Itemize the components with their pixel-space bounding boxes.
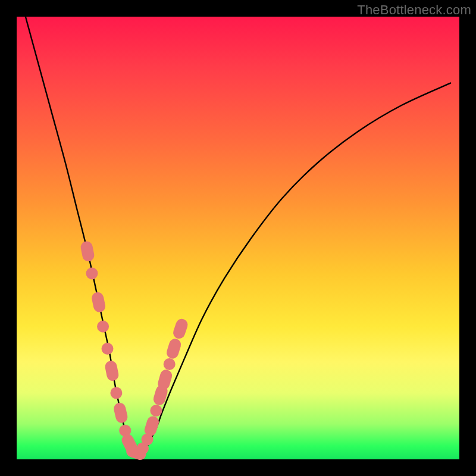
bottleneck-curve: [26, 17, 450, 456]
data-marker: [102, 343, 114, 355]
data-marker: [164, 358, 176, 370]
chart-frame: TheBottleneck.com: [0, 0, 476, 476]
data-marker: [97, 321, 109, 333]
marker-layer: [80, 240, 189, 462]
watermark-text: TheBottleneck.com: [357, 2, 471, 18]
chart-svg: [17, 17, 459, 459]
data-marker: [150, 405, 162, 416]
plot-area: [17, 17, 459, 459]
data-marker: [90, 291, 107, 313]
data-marker: [112, 402, 129, 424]
data-marker: [171, 317, 189, 340]
data-marker: [110, 387, 122, 399]
data-marker: [165, 337, 182, 360]
data-marker: [104, 360, 120, 382]
curve-layer: [26, 17, 450, 456]
data-marker: [86, 268, 98, 280]
data-marker: [80, 240, 95, 262]
